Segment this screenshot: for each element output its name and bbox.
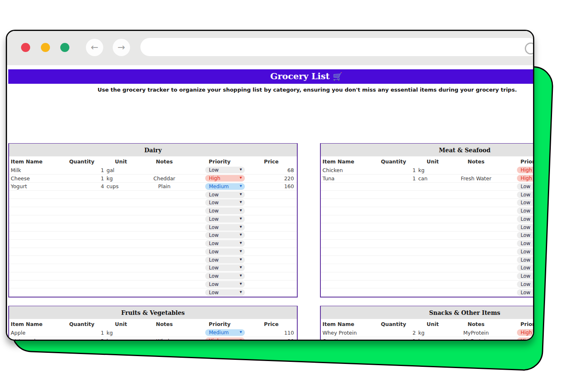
priority-dropdown[interactable]: Low▼ <box>205 248 245 255</box>
cell-price[interactable]: 220 <box>248 175 295 182</box>
column-header-quantity: Quantity <box>59 321 105 327</box>
priority-value: Low <box>209 281 219 287</box>
back-button[interactable]: ← <box>86 39 103 56</box>
cell-item-name[interactable]: Creatine <box>321 338 370 341</box>
cell-priority: Low▼ <box>192 232 248 239</box>
cell-item-name[interactable]: Apple <box>9 330 59 336</box>
cell-quantity[interactable]: 1 <box>59 330 105 336</box>
cell-unit[interactable]: kg <box>105 338 137 341</box>
cell-item-name[interactable]: Chicken <box>321 167 370 173</box>
priority-dropdown[interactable]: Low▼ <box>517 224 534 231</box>
priority-dropdown[interactable]: Low▼ <box>205 191 245 198</box>
priority-dropdown[interactable]: Low▼ <box>205 257 245 263</box>
minimize-window-button[interactable] <box>41 43 50 52</box>
priority-dropdown[interactable]: High▼ <box>517 329 534 336</box>
column-headers-row: Item NameQuantityUnitNotesPriorityPrice <box>9 319 297 329</box>
priority-dropdown[interactable]: Low▼ <box>205 216 245 222</box>
cell-notes[interactable]: Fresh Water <box>449 175 503 182</box>
column-header-item-name: Item Name <box>321 321 370 327</box>
priority-dropdown[interactable]: Low▼ <box>517 273 534 279</box>
priority-dropdown[interactable]: Low▼ <box>205 240 245 247</box>
priority-dropdown[interactable]: High▼ <box>517 167 534 173</box>
cell-item-name[interactable]: Watermelon <box>9 338 59 341</box>
priority-dropdown[interactable]: Low▼ <box>205 199 245 206</box>
priority-dropdown[interactable]: Low▼ <box>205 232 245 239</box>
cell-unit[interactable]: kg <box>105 330 137 336</box>
cell-notes[interactable]: Cheddar <box>137 175 192 182</box>
priority-dropdown[interactable]: Low▼ <box>517 183 534 190</box>
cell-priority: Low▼ <box>192 264 248 271</box>
cell-price[interactable]: 68 <box>248 167 295 173</box>
cell-item-name[interactable]: Tuna <box>321 175 370 182</box>
close-window-button[interactable] <box>21 43 30 52</box>
cell-quantity[interactable]: 3 <box>59 338 105 341</box>
search-icon[interactable] <box>525 43 534 54</box>
priority-dropdown[interactable]: Low▼ <box>205 281 245 288</box>
cell-notes[interactable]: Whole <box>137 338 192 341</box>
table-row: Apple1kgMedium▼110 <box>9 329 297 337</box>
priority-dropdown[interactable]: High▼ <box>205 175 245 182</box>
cell-price[interactable]: 110 <box>248 330 295 336</box>
cell-notes[interactable]: MyProtein <box>449 330 503 336</box>
cell-item-name[interactable]: Milk <box>9 167 59 173</box>
column-header-quantity: Quantity <box>370 158 417 165</box>
priority-value: Low <box>209 290 219 295</box>
priority-dropdown[interactable]: Low▼ <box>205 289 245 296</box>
cell-priority: Low▼ <box>503 191 534 198</box>
column-header-notes: Notes <box>449 158 503 165</box>
table-row: Low▼ <box>321 288 534 297</box>
cell-price[interactable]: 160 <box>248 183 295 189</box>
cell-priority: High▼ <box>503 175 534 182</box>
cell-item-name[interactable]: Yogurt <box>9 183 59 189</box>
cell-quantity[interactable]: 1 <box>370 167 417 173</box>
priority-dropdown[interactable]: Low▼ <box>517 208 534 214</box>
forward-button[interactable]: → <box>113 39 130 56</box>
priority-dropdown[interactable]: Low▼ <box>517 281 534 288</box>
cell-unit[interactable]: cups <box>105 183 137 189</box>
cell-quantity[interactable]: 1 <box>370 338 417 341</box>
cell-quantity[interactable]: 1 <box>59 175 105 182</box>
priority-dropdown[interactable]: Low▼ <box>205 273 245 279</box>
priority-dropdown[interactable]: Low▼ <box>517 199 534 206</box>
cell-quantity[interactable]: 1 <box>59 167 105 173</box>
cell-priority: Low▼ <box>192 199 248 206</box>
dropdown-arrow-icon: ▼ <box>240 193 242 196</box>
cell-unit[interactable]: gal <box>105 167 137 173</box>
priority-dropdown[interactable]: Low▼ <box>517 232 534 239</box>
priority-dropdown[interactable]: Low▼ <box>205 264 245 271</box>
priority-dropdown[interactable]: Low▼ <box>205 167 245 173</box>
priority-dropdown[interactable]: Low▼ <box>205 208 245 214</box>
priority-dropdown[interactable]: Low▼ <box>517 289 534 296</box>
browser-window: ← → Grocery List 🛒 Use the grocery track… <box>6 30 534 341</box>
priority-dropdown[interactable]: Low▼ <box>205 224 245 231</box>
priority-dropdown[interactable]: Medium▼ <box>205 183 245 190</box>
url-input[interactable] <box>140 38 534 56</box>
priority-dropdown[interactable]: Medium▼ <box>205 329 245 336</box>
priority-dropdown[interactable]: Low▼ <box>517 191 534 198</box>
priority-dropdown[interactable]: Low▼ <box>517 248 534 255</box>
priority-value: Low <box>521 232 531 238</box>
cell-unit[interactable]: can <box>417 175 449 182</box>
cell-quantity[interactable]: 2 <box>370 330 417 336</box>
cell-item-name[interactable]: Cheese <box>9 175 59 182</box>
priority-dropdown[interactable]: Low▼ <box>517 264 534 271</box>
cell-unit[interactable]: kg <box>105 175 137 182</box>
cell-priority: Low▼ <box>192 224 248 231</box>
priority-dropdown[interactable]: High▼ <box>517 175 534 182</box>
cell-unit[interactable]: kg <box>417 167 449 173</box>
dropdown-arrow-icon: ▼ <box>240 266 242 269</box>
cell-quantity[interactable]: 1 <box>370 175 417 182</box>
cell-price[interactable]: 90 <box>248 338 295 341</box>
table-row: Low▼ <box>321 199 534 207</box>
priority-dropdown[interactable]: Low▼ <box>517 257 534 263</box>
priority-dropdown[interactable]: Low▼ <box>517 216 534 222</box>
cell-notes[interactable]: MyProtein <box>449 338 503 341</box>
priority-dropdown[interactable]: Low▼ <box>517 240 534 247</box>
cell-unit[interactable]: kg <box>417 338 449 341</box>
cell-item-name[interactable]: Whey Protein <box>321 330 370 336</box>
maximize-window-button[interactable] <box>60 43 69 52</box>
cell-unit[interactable]: kg <box>417 330 449 336</box>
cell-notes[interactable]: Plain <box>137 183 192 189</box>
priority-dropdown[interactable]: High▼ <box>205 338 245 341</box>
cell-quantity[interactable]: 4 <box>59 183 105 189</box>
